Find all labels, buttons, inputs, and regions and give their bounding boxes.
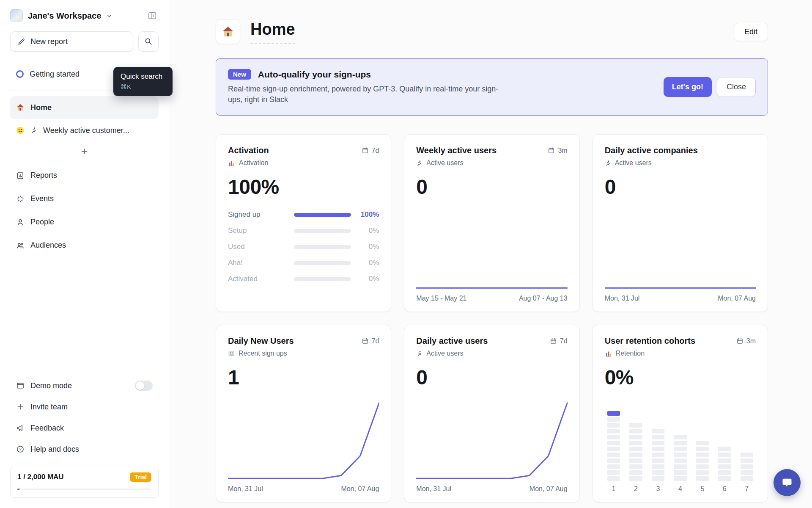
- demo-mode-item[interactable]: Demo mode: [10, 375, 159, 396]
- workspace-switcher[interactable]: Jane's Workspace: [10, 9, 112, 22]
- feedback-label: Feedback: [30, 424, 64, 433]
- sidebar-nav: Reports Events People Audiences: [10, 164, 159, 257]
- chat-icon: [781, 477, 793, 489]
- runner-icon: [416, 160, 422, 166]
- chart-x-axis: Mon, 31 Jul Mon, 07 Aug: [605, 295, 756, 302]
- x-axis-label-end: Mon, 07 Aug: [341, 485, 379, 493]
- funnel-bar-track: [294, 229, 351, 233]
- toggle-knob: [136, 381, 144, 390]
- line-chart: [416, 400, 567, 481]
- collapse-sidebar-button[interactable]: [146, 9, 159, 22]
- pencil-icon: [17, 38, 25, 46]
- cohort-label: 6: [718, 485, 731, 493]
- sidebar-item-reports[interactable]: Reports: [10, 164, 159, 187]
- card-daily-active-users[interactable]: Daily active users 7d Active users 0 Mon…: [404, 325, 579, 502]
- new-report-button[interactable]: New report: [10, 31, 133, 52]
- funnel-step-value: 0%: [351, 275, 379, 283]
- plus-icon: [16, 403, 25, 411]
- runner-icon: [605, 160, 611, 166]
- sidebar-item-people[interactable]: People: [10, 210, 159, 234]
- card-activation[interactable]: Activation 7d Activation 100% Signed up: [216, 134, 391, 312]
- chart-x-axis: May 15 - May 21 Aug 07 - Aug 13: [416, 295, 567, 302]
- sidebar-item-weekly-report[interactable]: Weekly active customer...: [10, 119, 159, 142]
- card-weekly-active-users[interactable]: Weekly active users 3m Active users 0 Ma…: [404, 134, 579, 312]
- sidebar-item-label: Weekly active customer...: [43, 126, 153, 135]
- x-axis-label-start: Mon, 31 Jul: [605, 295, 640, 302]
- period-badge[interactable]: 7d: [550, 337, 568, 345]
- cohort-column: [696, 441, 709, 481]
- bar-chart-icon: [228, 160, 235, 167]
- feedback-item[interactable]: Feedback: [10, 417, 159, 439]
- demo-mode-toggle[interactable]: [135, 381, 153, 391]
- chart-x-axis: Mon, 31 Jul Mon, 07 Aug: [228, 485, 379, 493]
- page-title: Home: [250, 20, 295, 44]
- new-badge: New: [228, 69, 251, 80]
- period-badge[interactable]: 7d: [362, 337, 379, 345]
- help-docs-label: Help and docs: [30, 445, 79, 454]
- chart-x-axis: Mon, 31 Jul Mon, 07 Aug: [416, 485, 567, 493]
- workspace-row: Jane's Workspace: [10, 9, 159, 22]
- cohort-column: [674, 435, 686, 481]
- cohort-chart: [605, 393, 756, 481]
- metric-value: 1: [228, 366, 379, 389]
- mau-progress-fill: [17, 489, 19, 490]
- card-title: Activation: [228, 146, 269, 155]
- card-daily-new-users[interactable]: Daily New Users 7d Recent sign ups 1 Mon…: [216, 325, 391, 502]
- mau-progress-track: [17, 489, 151, 490]
- cohort-label: 2: [629, 485, 642, 493]
- sidebar-item-events[interactable]: Events: [10, 187, 159, 210]
- funnel-step-value: 0%: [351, 243, 379, 251]
- sidebar-item-home[interactable]: Home: [10, 96, 159, 119]
- getting-started-label: Getting started: [30, 70, 80, 79]
- cohort-column: [607, 411, 620, 481]
- cohort-label: 1: [607, 485, 620, 493]
- banner-actions: Let's go! Close: [664, 77, 756, 97]
- main-content: Home Edit New Auto-qualify your sign-ups…: [169, 0, 812, 508]
- edit-button[interactable]: Edit: [734, 23, 768, 41]
- cohort-label: 5: [696, 485, 709, 493]
- newspaper-icon: [228, 350, 235, 357]
- invite-team-label: Invite team: [30, 403, 68, 411]
- svg-text:?: ?: [19, 447, 21, 451]
- trial-badge: Trial: [130, 472, 151, 482]
- sidebar-item-audiences[interactable]: Audiences: [10, 234, 159, 257]
- funnel-bar-track: [294, 245, 351, 249]
- funnel-step: Signed up 100%: [228, 210, 379, 219]
- funnel-step: Aha! 0%: [228, 259, 379, 267]
- sidebar-item-label: People: [30, 218, 54, 226]
- funnel-step-label: Activated: [228, 275, 294, 283]
- metric-value: 0: [605, 175, 756, 199]
- x-axis-label-start: May 15 - May 21: [416, 295, 466, 302]
- period-badge[interactable]: 3m: [736, 337, 756, 345]
- card-subtitle: Active users: [426, 350, 463, 357]
- house-icon: [222, 25, 234, 38]
- calendar-icon: [362, 337, 369, 345]
- card-title: Weekly active users: [416, 146, 497, 155]
- chat-launcher-button[interactable]: [774, 469, 801, 496]
- cohort-column: [629, 423, 642, 481]
- workspace-name: Jane's Workspace: [28, 11, 101, 21]
- search-button[interactable]: [138, 31, 159, 52]
- help-docs-item[interactable]: ? Help and docs: [10, 439, 159, 460]
- sidebar-spacer: [10, 257, 159, 375]
- card-user-retention-cohorts[interactable]: User retention cohorts 3m Retention 0% 1…: [593, 325, 768, 502]
- x-axis-label-start: Mon, 31 Jul: [228, 485, 263, 493]
- funnel-step-label: Signed up: [228, 210, 294, 219]
- calendar-icon: [736, 337, 743, 345]
- workspace-avatar: [10, 9, 23, 22]
- sidebar-item-label: Reports: [30, 171, 57, 180]
- smiley-icon: [16, 126, 25, 135]
- close-banner-button[interactable]: Close: [717, 77, 756, 97]
- period-badge[interactable]: 7d: [362, 147, 379, 155]
- add-report-button[interactable]: +: [10, 142, 159, 160]
- period-badge[interactable]: 3m: [548, 147, 567, 155]
- funnel-step-value: 100%: [351, 210, 379, 219]
- card-daily-active-companies[interactable]: Daily active companies Active users 0 Mo…: [593, 134, 768, 312]
- tooltip-shortcut: ⌘K: [121, 83, 165, 91]
- app-root: Jane's Workspace New report Quick search…: [0, 0, 812, 508]
- megaphone-icon: [16, 424, 25, 432]
- lets-go-button[interactable]: Let's go!: [664, 77, 712, 97]
- activation-funnel: Signed up 100% Setup 0% Used 0%: [228, 210, 379, 283]
- invite-team-item[interactable]: Invite team: [10, 396, 159, 417]
- sidebar-actions: New report: [10, 31, 159, 52]
